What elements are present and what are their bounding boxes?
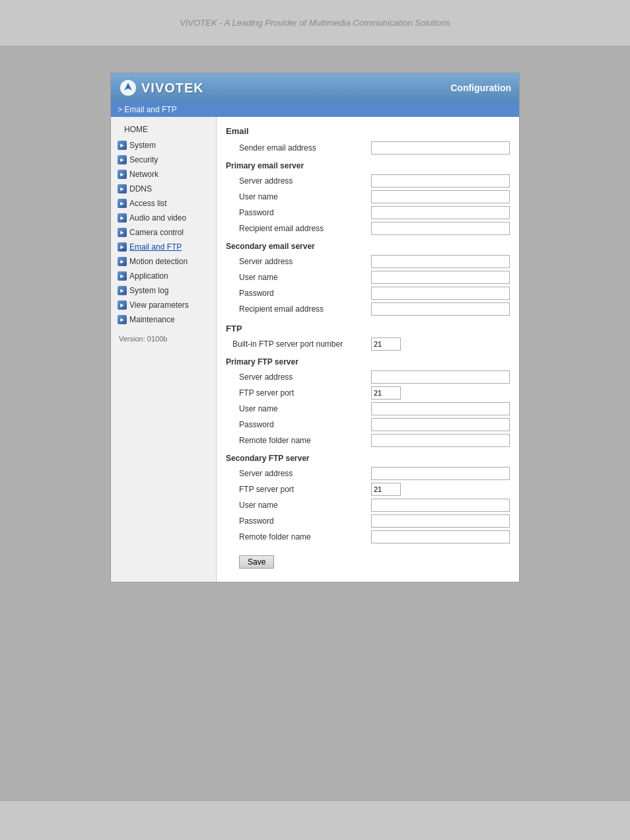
- builtin-port-row: Built-in FTP server port number: [226, 337, 510, 351]
- primary-user-name-row: User name: [226, 190, 510, 203]
- secondary-ftp-server-title: Secondary FTP server: [226, 454, 510, 463]
- save-button[interactable]: Save: [239, 555, 274, 569]
- sidebar: HOME ► System ► Security ► Network ► DDN…: [111, 117, 217, 582]
- primary-ftp-server-address-input[interactable]: [371, 370, 510, 384]
- secondary-server-address-input[interactable]: [371, 255, 510, 268]
- sidebar-item-ddns[interactable]: ► DDNS: [111, 182, 216, 196]
- primary-ftp-remote-folder-input[interactable]: [371, 434, 510, 447]
- secondary-ftp-port-input[interactable]: [371, 483, 401, 496]
- primary-ftp-server-address-row: Server address: [226, 370, 510, 384]
- secondary-ftp-remote-folder-label: Remote folder name: [239, 532, 371, 542]
- sidebar-arrow-application: ►: [118, 271, 127, 281]
- primary-ftp-password-label: Password: [239, 420, 371, 429]
- primary-password-input[interactable]: [371, 206, 510, 219]
- primary-password-label: Password: [239, 208, 371, 217]
- secondary-recipient-label: Recipient email address: [239, 304, 371, 314]
- primary-ftp-remote-folder-row: Remote folder name: [226, 434, 510, 447]
- primary-ftp-port-input[interactable]: [371, 386, 401, 400]
- panel-header: VIVOTEK Configuration: [111, 73, 519, 102]
- secondary-ftp-server-address-row: Server address: [226, 467, 510, 480]
- secondary-ftp-server-address-input[interactable]: [371, 467, 510, 480]
- sender-email-input[interactable]: [371, 141, 510, 155]
- sender-email-label: Sender email address: [239, 143, 371, 153]
- primary-user-name-input[interactable]: [371, 190, 510, 203]
- secondary-ftp-user-name-row: User name: [226, 499, 510, 512]
- primary-ftp-port-row: FTP server port: [226, 386, 510, 400]
- secondary-user-name-row: User name: [226, 271, 510, 284]
- ftp-section-title: FTP: [226, 324, 510, 333]
- secondary-server-address-label: Server address: [239, 257, 371, 266]
- sidebar-arrow-email-ftp: ►: [118, 242, 127, 252]
- sidebar-item-system-log[interactable]: ► System log: [111, 283, 216, 298]
- brand-slogan: VIVOTEK - A Leading Provider of Multimed…: [180, 18, 450, 28]
- bottom-bar: [0, 800, 630, 840]
- secondary-ftp-password-input[interactable]: [371, 514, 510, 528]
- secondary-recipient-input[interactable]: [371, 302, 510, 316]
- primary-ftp-user-name-label: User name: [239, 404, 371, 413]
- email-section-title: Email: [226, 126, 510, 136]
- secondary-ftp-remote-folder-input[interactable]: [371, 530, 510, 543]
- sidebar-arrow-motion-detection: ►: [118, 257, 127, 266]
- sidebar-item-motion-detection[interactable]: ► Motion detection: [111, 254, 216, 269]
- builtin-port-label: Built-in FTP server port number: [232, 339, 371, 349]
- sidebar-item-audio-video[interactable]: ► Audio and video: [111, 211, 216, 225]
- primary-ftp-password-row: Password: [226, 418, 510, 431]
- sidebar-item-home[interactable]: HOME: [111, 121, 216, 138]
- primary-server-address-label: Server address: [239, 176, 371, 186]
- sidebar-item-system[interactable]: ► System: [111, 138, 216, 153]
- sidebar-arrow-access-list: ►: [118, 199, 127, 208]
- secondary-ftp-remote-folder-row: Remote folder name: [226, 530, 510, 543]
- sidebar-item-maintenance[interactable]: ► Maintenance: [111, 312, 216, 327]
- primary-user-name-label: User name: [239, 192, 371, 201]
- primary-server-address-input[interactable]: [371, 174, 510, 188]
- secondary-ftp-user-name-label: User name: [239, 501, 371, 510]
- config-label: Configuration: [450, 83, 511, 93]
- sidebar-item-email-ftp[interactable]: ► Email and FTP: [111, 240, 216, 254]
- main-content: Email Sender email address Primary email…: [217, 117, 519, 582]
- secondary-ftp-password-row: Password: [226, 514, 510, 528]
- primary-email-server-title: Primary email server: [226, 161, 510, 170]
- sidebar-item-security[interactable]: ► Security: [111, 153, 216, 167]
- vivotek-logo: VIVOTEK: [119, 79, 204, 97]
- secondary-user-name-input[interactable]: [371, 271, 510, 284]
- builtin-port-input[interactable]: [371, 337, 401, 351]
- main-panel: VIVOTEK Configuration > Email and FTP HO…: [110, 73, 520, 582]
- primary-recipient-label: Recipient email address: [239, 224, 371, 233]
- sidebar-item-view-parameters[interactable]: ► View parameters: [111, 298, 216, 312]
- secondary-ftp-port-row: FTP server port: [226, 483, 510, 496]
- primary-ftp-user-name-input[interactable]: [371, 402, 510, 415]
- primary-recipient-row: Recipient email address: [226, 222, 510, 235]
- secondary-ftp-port-label: FTP server port: [239, 485, 371, 494]
- secondary-user-name-label: User name: [239, 273, 371, 282]
- secondary-email-server-title: Secondary email server: [226, 242, 510, 251]
- sidebar-item-application[interactable]: ► Application: [111, 269, 216, 283]
- primary-ftp-port-label: FTP server port: [239, 388, 371, 398]
- secondary-ftp-server-address-label: Server address: [239, 469, 371, 478]
- secondary-ftp-user-name-input[interactable]: [371, 499, 510, 512]
- primary-server-address-row: Server address: [226, 174, 510, 188]
- sidebar-arrow-system: ►: [118, 141, 127, 150]
- sidebar-arrow-ddns: ►: [118, 184, 127, 193]
- sidebar-item-camera-control[interactable]: ► Camera control: [111, 225, 216, 240]
- primary-ftp-remote-folder-label: Remote folder name: [239, 436, 371, 445]
- secondary-password-row: Password: [226, 287, 510, 300]
- secondary-password-input[interactable]: [371, 287, 510, 300]
- sidebar-item-network[interactable]: ► Network: [111, 167, 216, 182]
- sender-email-row: Sender email address: [226, 141, 510, 155]
- sidebar-arrow-audio-video: ►: [118, 213, 127, 223]
- sidebar-arrow-system-log: ►: [118, 286, 127, 295]
- primary-ftp-password-input[interactable]: [371, 418, 510, 431]
- sidebar-version: Version: 0100b: [111, 327, 216, 347]
- primary-ftp-server-title: Primary FTP server: [226, 357, 510, 367]
- sidebar-arrow-camera-control: ►: [118, 228, 127, 237]
- sidebar-arrow-network: ►: [118, 170, 127, 179]
- primary-password-row: Password: [226, 206, 510, 219]
- sidebar-arrow-security: ►: [118, 155, 127, 164]
- vivotek-logo-icon: [119, 79, 137, 97]
- sidebar-item-access-list[interactable]: ► Access list: [111, 196, 216, 211]
- top-bar: VIVOTEK - A Leading Provider of Multimed…: [0, 0, 630, 46]
- primary-ftp-user-name-row: User name: [226, 402, 510, 415]
- primary-recipient-input[interactable]: [371, 222, 510, 235]
- sidebar-arrow-view-parameters: ►: [118, 300, 127, 310]
- primary-ftp-server-address-label: Server address: [239, 372, 371, 382]
